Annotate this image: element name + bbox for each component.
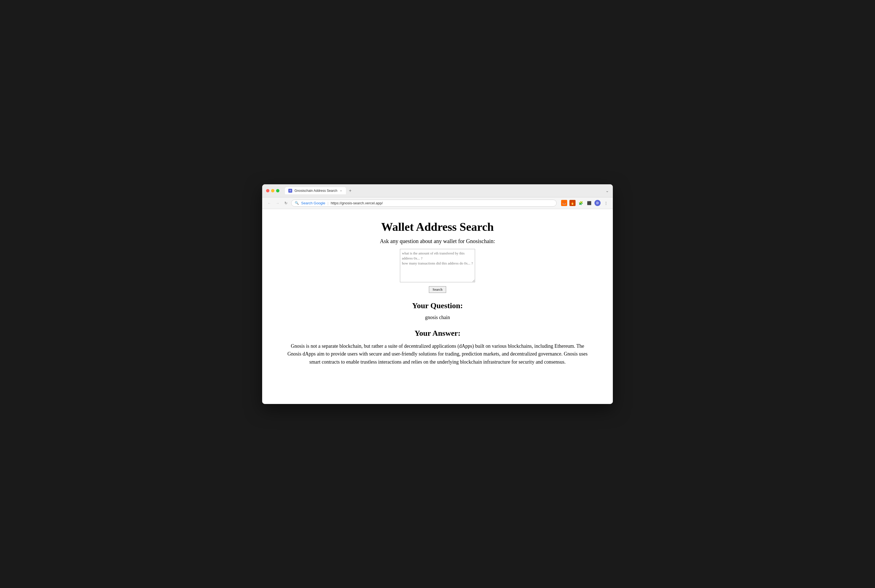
address-field[interactable]: 🔍 Search Google | https://gnosis-search.… [291, 200, 557, 207]
forward-button[interactable]: → [274, 200, 280, 206]
browser-window: G Gnosischain Address Search × + ⌄ ← → ↻… [262, 184, 613, 404]
tab-bar-chevron[interactable]: ⌄ [605, 189, 609, 193]
sidebar-icon[interactable]: ⬛ [586, 200, 592, 206]
refresh-button[interactable]: ↻ [283, 200, 289, 206]
extension-icon-2[interactable]: 🔥 [569, 200, 575, 206]
tab-close-button[interactable]: × [340, 189, 342, 192]
your-question-heading: Your Question: [268, 301, 607, 310]
tab-bar: G Gnosischain Address Search × + ⌄ [285, 187, 609, 194]
address-divider: | [328, 201, 328, 205]
favicon-letter: G [289, 189, 291, 192]
search-button[interactable]: Search [429, 286, 446, 293]
minimize-button[interactable] [271, 189, 274, 192]
profile-avatar[interactable]: D [595, 200, 601, 206]
query-textarea[interactable] [400, 249, 475, 282]
page-content: Wallet Address Search Ask any question a… [262, 209, 613, 404]
more-options-button[interactable]: ⋮ [603, 200, 609, 206]
traffic-lights [266, 189, 279, 192]
your-answer-heading: Your Answer: [268, 329, 607, 338]
back-button[interactable]: ← [266, 200, 272, 206]
search-icon: 🔍 [295, 201, 299, 205]
new-tab-button[interactable]: + [347, 188, 354, 194]
address-url: https://gnosis-search.vercel.app/ [331, 201, 383, 205]
question-value: gnosis chain [268, 315, 607, 321]
extension-icon-3[interactable]: 🧩 [578, 200, 584, 206]
tab-favicon: G [288, 189, 292, 193]
page-subtitle: Ask any question about any wallet for Gn… [268, 238, 607, 244]
toolbar-icons: 🦊 🔥 🧩 ⬛ D ⋮ [561, 200, 609, 206]
active-tab[interactable]: G Gnosischain Address Search × [285, 187, 346, 194]
title-bar: G Gnosischain Address Search × + ⌄ [262, 184, 613, 197]
maximize-button[interactable] [276, 189, 279, 192]
address-bar: ← → ↻ 🔍 Search Google | https://gnosis-s… [262, 197, 613, 209]
tab-title: Gnosischain Address Search [294, 189, 337, 193]
answer-text: Gnosis is not a separate blockchain, but… [285, 342, 590, 366]
search-google-text: Search Google [301, 201, 325, 205]
page-title: Wallet Address Search [268, 220, 607, 234]
close-button[interactable] [266, 189, 270, 192]
extension-icon-1[interactable]: 🦊 [561, 200, 567, 206]
